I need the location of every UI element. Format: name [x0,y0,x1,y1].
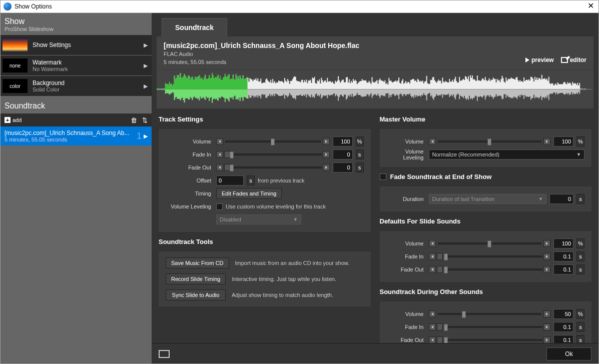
ds-fadein-slider[interactable] [444,256,543,258]
track-name: [music2pc.com]_Ulrich Schnauss_A Song Ab… [5,130,134,136]
unit-percent: % [356,136,364,146]
preview-button[interactable]: preview [525,56,554,64]
slider-dec[interactable] [216,138,223,145]
fadeout-slider[interactable] [231,166,322,168]
ds-volume-input[interactable] [553,238,573,248]
do-volume-slider[interactable] [438,313,542,315]
slider-inc[interactable] [543,310,550,318]
file-format: FLAC Audio [164,50,525,58]
add-label: add [13,117,22,123]
do-volume-input[interactable] [553,309,573,319]
slider-dec[interactable] [429,253,436,260]
master-volume-label: Volume [387,138,426,144]
slider-inc[interactable] [543,240,550,247]
tools-panel: Save Music From CD Import music from an … [159,252,371,306]
edit-fades-button[interactable]: Edit Fades and Timing [216,188,282,199]
leveling-checkbox[interactable] [216,204,223,210]
sidebar-item-show-settings[interactable]: Show Settings ▶ [1,35,152,55]
do-fadein-label: Fade In [387,324,426,330]
split-toggle[interactable] [437,253,443,260]
slider-inc[interactable] [323,164,330,171]
slider-inc[interactable] [323,138,330,145]
trash-icon[interactable]: 🗑 [131,116,137,124]
sidebar-sublabel: No Watermark [33,66,144,72]
slider-dec[interactable] [216,164,223,171]
do-fadeout-slider[interactable] [444,339,543,341]
ds-fadeout-slider[interactable] [444,268,543,270]
waveform[interactable] [157,70,593,108]
slider-dec[interactable] [429,138,436,145]
unit-s: s [247,176,255,186]
master-volume-slider[interactable] [438,140,542,142]
slider-inc[interactable] [543,324,550,330]
fadeout-input[interactable] [333,162,353,172]
unit-percent: % [576,238,584,248]
slider-dec[interactable] [429,266,436,273]
preview-label: preview [531,56,554,64]
tabs: Soundtrack [152,13,598,36]
slider-dec[interactable] [429,240,436,247]
sidebar-label: Background [33,80,144,86]
add-button[interactable]: + add [5,117,22,123]
master-leveling-select[interactable]: Normalize (Recommended) ▼ [429,150,585,160]
save-music-hint: Import music from an audio CD into your … [235,260,350,266]
sidebar-item-background[interactable]: color Background Solid Color ▶ [1,76,152,96]
do-fadeout-input[interactable] [553,335,573,343]
volume-label: Volume [166,138,213,144]
sort-icon[interactable]: ⇅ [142,116,148,124]
do-fadein-slider[interactable] [444,326,543,328]
chevron-right-icon: ▶ [144,133,148,140]
offset-input[interactable] [216,176,244,186]
master-volume-input[interactable] [553,136,573,146]
slider-inc[interactable] [543,138,550,145]
tools-title: Soundtrack Tools [159,236,371,248]
split-toggle[interactable] [437,336,443,343]
sidebar-label: Watermark [33,59,144,66]
fadein-slider[interactable] [231,154,322,156]
sidebar-item-watermark[interactable]: none Watermark No Watermark ▶ [1,56,152,76]
leveling-select[interactable]: Disabled ▼ [216,214,301,224]
slider-inc[interactable] [543,266,550,273]
save-music-button[interactable]: Save Music From CD [166,258,229,268]
split-toggle[interactable] [437,266,443,273]
volume-input[interactable] [333,136,353,146]
ds-fadeout-input[interactable] [553,264,573,274]
master-panel: Volume % Volume Leveling Normalize (Reco… [380,129,592,167]
close-icon[interactable]: ✕ [585,2,595,12]
slider-dec[interactable] [429,324,436,330]
during-other-title: Soundtrack During Other Sounds [380,286,592,298]
ds-fadein-input[interactable] [553,252,573,262]
thumb-color: color [3,79,28,93]
window-title: Show Options [15,3,585,10]
slider-dec[interactable] [216,151,223,158]
split-toggle[interactable] [437,324,443,330]
slider-inc[interactable] [543,336,550,343]
do-fadein-input[interactable] [553,322,573,332]
editor-button[interactable]: editor [561,56,586,64]
chevron-right-icon: ▶ [144,83,148,90]
tab-soundtrack[interactable]: Soundtrack [162,18,227,36]
fade-end-checkbox[interactable] [380,174,386,180]
duration-select-value: Duration of last Transition [432,196,495,202]
fadein-input[interactable] [333,150,353,160]
ds-volume-slider[interactable] [438,242,542,244]
unit-s: s [356,150,364,160]
slider-inc[interactable] [543,253,550,260]
play-icon [525,58,529,62]
sync-slide-button[interactable]: Sync Slide to Audio [166,290,226,300]
ok-button[interactable]: Ok [546,348,591,360]
offset-label: Offset [166,178,213,184]
thumb-none: none [3,58,28,72]
duration-input[interactable] [549,194,573,204]
soundtrack-item[interactable]: [music2pc.com]_Ulrich Schnauss_A Song Ab… [1,126,152,146]
chevron-down-icon: ▼ [576,152,581,157]
slider-inc[interactable] [323,151,330,158]
slider-dec[interactable] [429,336,436,343]
volume-slider[interactable] [225,140,321,142]
screen-icon[interactable] [159,350,170,358]
track-settings-title: Track Settings [159,114,371,125]
offset-hint: from previous track [258,178,305,184]
record-timing-button[interactable]: Record Slide Timing [166,274,226,284]
slider-dec[interactable] [429,310,436,318]
duration-select[interactable]: Duration of last Transition ▼ [429,194,547,204]
